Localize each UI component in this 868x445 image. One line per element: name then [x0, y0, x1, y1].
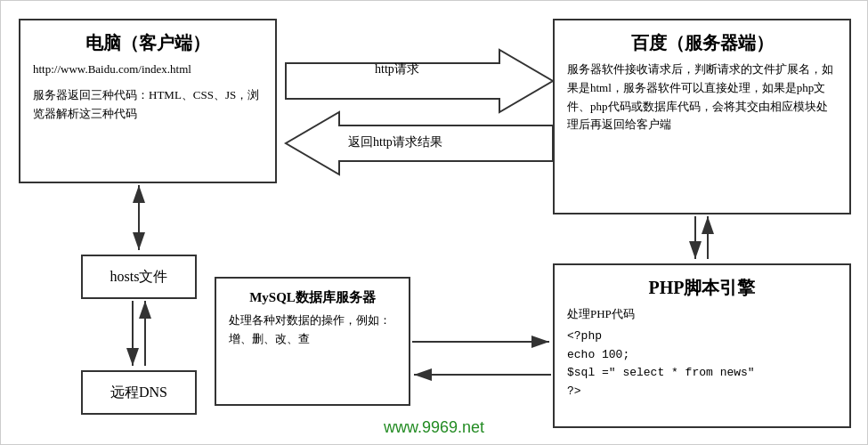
server-description: 服务器软件接收请求后，判断请求的文件扩展名，如果是html，服务器软件可以直接处…: [567, 61, 837, 134]
php-code-line1: <?php: [567, 328, 837, 346]
box-client: 电脑（客户端） http://www.Baidu.com/index.html …: [19, 19, 277, 183]
php-process: 处理PHP代码: [567, 305, 837, 324]
mysql-description: 处理各种对数据的操作，例如：增、删、改、查: [229, 312, 396, 349]
hosts-label: hosts文件: [110, 268, 168, 287]
http-response-label: 返回http请求结果: [348, 134, 442, 150]
svg-marker-4: [286, 50, 553, 112]
box-hosts: hosts文件: [81, 255, 197, 299]
client-description: 服务器返回三种代码：HTML、CSS、JS，浏览器解析这三种代码: [33, 86, 263, 124]
watermark: www.9969.net: [384, 418, 484, 437]
php-code-line4: ?>: [567, 383, 837, 401]
diagram-container: 电脑（客户端） http://www.Baidu.com/index.html …: [0, 0, 868, 445]
box-dns: 远程DNS: [81, 370, 197, 415]
server-title: 百度（服务器端）: [567, 31, 837, 55]
client-url: http://www.Baidu.com/index.html: [33, 61, 263, 79]
http-request-label: http请求: [375, 61, 419, 77]
mysql-title: MySQL数据库服务器: [229, 289, 396, 306]
client-title: 电脑（客户端）: [33, 31, 263, 55]
php-code-line3: $sql =" select * from news": [567, 364, 837, 383]
php-title: PHP脚本引擎: [567, 276, 837, 300]
box-server: 百度（服务器端） 服务器软件接收请求后，判断请求的文件扩展名，如果是html，服…: [553, 19, 851, 214]
box-php: PHP脚本引擎 处理PHP代码 <?php echo 100; $sql =" …: [553, 263, 851, 428]
box-mysql: MySQL数据库服务器 处理各种对数据的操作，例如：增、删、改、查: [215, 277, 410, 406]
dns-label: 远程DNS: [110, 384, 167, 402]
http-request-arrow: [286, 50, 553, 112]
php-code-line2: echo 100;: [567, 346, 837, 365]
